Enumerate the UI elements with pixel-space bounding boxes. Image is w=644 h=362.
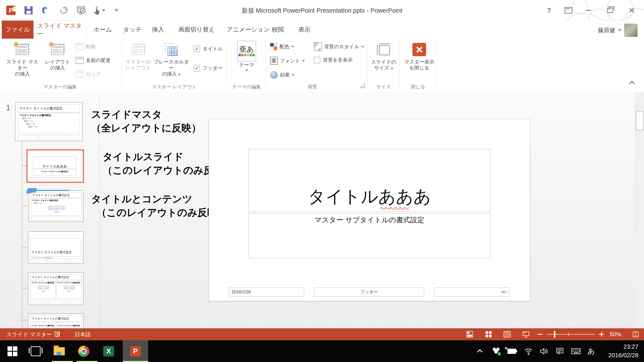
group-label-edit-master: マスターの編集 bbox=[19, 84, 101, 90]
colors-button[interactable]: 配色 bbox=[270, 42, 294, 51]
battery-tray-icon[interactable] bbox=[505, 340, 518, 362]
restore-button[interactable] bbox=[604, 5, 616, 16]
title-checkbox[interactable]: ✓ タイトル bbox=[194, 45, 223, 52]
tab-review[interactable]: 校閲 bbox=[272, 20, 284, 39]
master-layout-icon bbox=[132, 44, 145, 55]
group-label-master-layout: マスター レイアウト bbox=[134, 84, 215, 90]
thumbnail-title-content[interactable]: マスター タイトルの書式設定 マスター テキストの書式設定 第2レベル ▦▥▤ bbox=[28, 190, 84, 222]
slide-canvas[interactable]: タイトルあああ マスター サブタイトルの書式設定 2016/2/28 フッター … bbox=[209, 119, 530, 301]
fit-slide-to-window-button[interactable] bbox=[630, 328, 641, 340]
effects-button[interactable]: 効果 bbox=[270, 70, 294, 80]
zoom-slider-track[interactable] bbox=[546, 334, 595, 335]
taskbar-clock[interactable]: 23:27 2016/02/28 bbox=[608, 343, 638, 360]
workspace: 1 マスター タイトルの書式設定 マスター テキストの書式設定 第2レベル 第3… bbox=[0, 92, 644, 328]
delete-button: 削除 bbox=[76, 42, 96, 51]
ribbon: スライド マスターの挿入 レイアウトの挿入 削除 名前の変更 ロック マスターの… bbox=[0, 39, 644, 92]
date-placeholder[interactable]: 2016/2/28 bbox=[229, 287, 304, 297]
collapse-ribbon-button[interactable] bbox=[629, 81, 635, 87]
insert-layout-icon bbox=[51, 44, 64, 55]
chevron-down-icon bbox=[292, 46, 294, 47]
layout-flag-line bbox=[35, 190, 69, 191]
thumbnail-slide-master[interactable]: マスター タイトルの書式設定 マスター テキストの書式設定 第2レベル 第3レベ… bbox=[15, 102, 83, 141]
footer-checkbox[interactable]: ✓ フッター bbox=[194, 65, 223, 71]
tab-touch[interactable]: タッチ bbox=[123, 20, 142, 39]
excel-button[interactable]: X bbox=[98, 340, 119, 362]
slide-sorter-view-button[interactable] bbox=[482, 328, 495, 340]
thumbnail-comparison[interactable]: マスター タイトルの書式設定 マスター テキストの書式設定 マスター テキストの… bbox=[28, 314, 84, 328]
background-dialog-launcher-icon[interactable] bbox=[360, 83, 364, 88]
tab-slide-master[interactable]: スライド マスター bbox=[37, 20, 86, 39]
thumbnail-section-header[interactable]: マスター タイトルの書式設定 マスター テキストの書式設定 bbox=[28, 231, 84, 264]
checkbox-checked-icon: ✓ bbox=[194, 65, 200, 71]
insert-slide-master-button[interactable]: スライド マスターの挿入 bbox=[4, 40, 40, 77]
status-language[interactable]: 日本語 bbox=[75, 328, 91, 340]
tray-expand-icon[interactable] bbox=[474, 340, 485, 362]
delete-icon bbox=[76, 43, 84, 50]
chrome-button[interactable] bbox=[74, 340, 94, 362]
tab-file[interactable]: ファイル bbox=[2, 20, 34, 39]
title-placeholder[interactable]: タイトルあああ bbox=[248, 149, 490, 212]
chevron-down-icon bbox=[302, 60, 305, 62]
thumbnail-two-content[interactable]: マスター タイトルの書式設定 マスター テキストの書式設定 ▦▥ マスター テキ… bbox=[28, 272, 84, 305]
slide-number-placeholder[interactable]: <#> bbox=[434, 287, 510, 297]
touch-keyboard-tray-icon[interactable] bbox=[569, 340, 582, 362]
footer-placeholder[interactable]: フッター bbox=[314, 287, 424, 297]
zoom-in-button[interactable] bbox=[597, 328, 606, 340]
taskbar: X P ✓ あ 23:27 2016/02/28 bbox=[0, 340, 644, 362]
insert-master-icon bbox=[16, 44, 29, 55]
background-styles-button[interactable]: 背景のスタイル bbox=[314, 42, 364, 51]
insert-layout-button[interactable]: レイアウトの挿入 bbox=[42, 40, 72, 77]
slideshow-view-button[interactable] bbox=[520, 328, 532, 340]
zoom-out-button[interactable] bbox=[536, 328, 544, 340]
account-area[interactable]: 藤原健 bbox=[598, 23, 638, 37]
close-master-view-button[interactable]: マスター表示を閉じる bbox=[403, 40, 435, 77]
scrollbar-thumb[interactable] bbox=[636, 111, 644, 130]
group-label-size: サイズ bbox=[368, 84, 400, 90]
dropbox-tray-icon[interactable]: ✓ bbox=[490, 340, 502, 362]
zoom-level[interactable]: 50% bbox=[610, 328, 621, 340]
insert-placeholder-icon bbox=[165, 43, 178, 56]
task-view-button[interactable] bbox=[25, 340, 46, 362]
close-button[interactable] bbox=[625, 5, 638, 16]
powerpoint-button-active[interactable]: P bbox=[123, 340, 148, 362]
slide-size-button[interactable]: スライドの サイズ bbox=[370, 40, 397, 77]
file-explorer-button[interactable] bbox=[49, 340, 70, 362]
wifi-tray-icon[interactable] bbox=[522, 340, 534, 362]
checkbox-unchecked-icon bbox=[314, 57, 320, 63]
reading-view-button[interactable] bbox=[500, 328, 514, 340]
status-bar: スライド マスター 日本語 50% bbox=[0, 328, 644, 340]
master-layout-button: マスターのレイアウト bbox=[125, 40, 152, 77]
explorer-running-indicator bbox=[52, 361, 73, 362]
tab-view[interactable]: 表示 bbox=[298, 20, 310, 39]
clock-date: 2016/02/28 bbox=[608, 351, 638, 360]
minimize-button[interactable] bbox=[582, 5, 595, 16]
insert-placeholder-button[interactable]: プレースホルダー の挿入 bbox=[153, 40, 190, 77]
background-styles-icon bbox=[314, 42, 322, 51]
spellcheck-status-icon[interactable] bbox=[54, 328, 60, 340]
hide-background-checkbox[interactable]: 背景を非表示 bbox=[314, 57, 353, 63]
thumbnail-title-slide-selected[interactable]: タイトルあああ マスター サブタイトルの書式設定 bbox=[26, 149, 84, 183]
ribbon-display-options-button[interactable] bbox=[562, 5, 575, 16]
slide-title-text: タイトルあああ bbox=[308, 185, 431, 208]
action-center-tray-icon[interactable] bbox=[554, 340, 566, 362]
tab-insert[interactable]: 挿入 bbox=[152, 20, 164, 39]
subtitle-placeholder[interactable]: マスター サブタイトルの書式設定 bbox=[248, 213, 490, 258]
rename-button[interactable]: 名前の変更 bbox=[76, 55, 111, 65]
help-button[interactable]: ? bbox=[543, 5, 556, 16]
start-button[interactable] bbox=[2, 340, 23, 362]
rename-icon bbox=[76, 57, 84, 64]
themes-button[interactable]: 亜あ テーマ bbox=[231, 40, 262, 77]
group-label-background: 背景 bbox=[277, 84, 348, 90]
fonts-button[interactable]: 亜 フォント bbox=[270, 56, 305, 66]
spellcheck-squiggle bbox=[380, 207, 408, 209]
tab-animations[interactable]: アニメーション bbox=[227, 20, 270, 39]
ime-mode-indicator[interactable]: あ bbox=[586, 340, 597, 362]
chevron-down-icon bbox=[391, 68, 393, 69]
annotation-title-content: タイトルとコンテンツ（このレイアウトのみ反映） bbox=[91, 192, 227, 219]
normal-view-button[interactable] bbox=[463, 328, 476, 340]
tab-home[interactable]: ホーム bbox=[94, 20, 112, 39]
tab-transitions[interactable]: 画面切り替え bbox=[178, 20, 215, 39]
volume-tray-icon[interactable] bbox=[538, 340, 550, 362]
avatar bbox=[624, 23, 638, 37]
zoom-slider-handle[interactable] bbox=[554, 331, 555, 338]
